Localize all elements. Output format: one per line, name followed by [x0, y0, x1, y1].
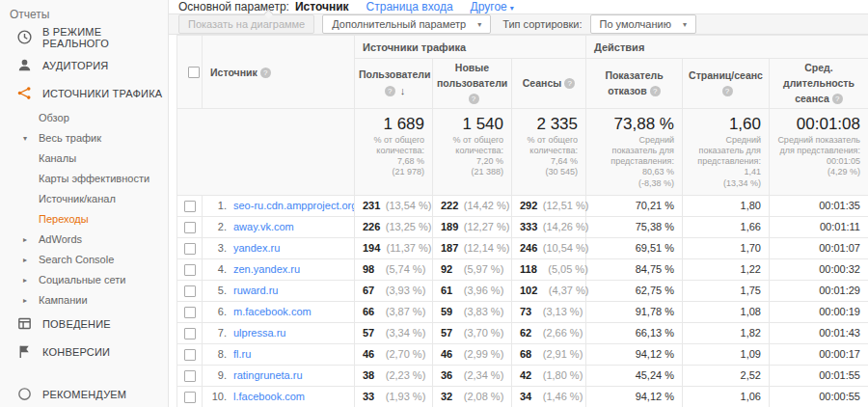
sidebar: Отчеты В РЕЖИМЕ РЕАЛЬНОГО АУДИТОРИЯ ИСТО… [0, 0, 169, 407]
column-header-new-users[interactable]: Новые пользователи? [433, 59, 512, 109]
column-header-users[interactable]: Пользователи?↓ [355, 59, 433, 109]
row-checkbox[interactable] [184, 264, 196, 276]
column-header-avg-duration[interactable]: Сред. длительность сеанса? [770, 59, 868, 109]
users-value: 194 [363, 242, 380, 254]
new-users-percent: (12,14 %) [461, 242, 509, 254]
sessions-value: 62 [520, 327, 531, 339]
summary-avg-duration: 00:01:08 Средний показатель для представ… [770, 109, 868, 196]
row-checkbox[interactable] [184, 328, 196, 339]
avg-duration-cell: 00:01:07 [770, 237, 868, 258]
sidebar-item-label: ПОВЕДЕНИЕ [42, 318, 111, 330]
chevron-down-icon: ▾ [477, 20, 481, 29]
source-link[interactable]: seo-ru.cdn.ampproject.org [233, 200, 355, 211]
sessions-value: 73 [520, 306, 531, 317]
source-link[interactable]: ruward.ru [233, 285, 278, 296]
tab-source[interactable]: Источник [295, 0, 349, 14]
bounce-rate-cell: 91,78 % [586, 301, 683, 322]
new-users-value: 222 [441, 200, 458, 211]
help-icon[interactable]: ? [564, 78, 575, 89]
avg-duration-cell: 00:00:55 [770, 386, 868, 407]
avg-duration-cell: 00:01:11 [770, 216, 868, 237]
sidebar-item-realtime[interactable]: В РЕЖИМЕ РЕАЛЬНОГО [0, 23, 168, 51]
help-icon[interactable]: ? [385, 86, 395, 96]
sessions-percent: (1,46 %) [534, 391, 583, 402]
sidebar-item-label: Весь трафик [39, 132, 101, 144]
sidebar-item-conversions[interactable]: КОНВЕРСИИ [0, 338, 168, 366]
help-icon[interactable]: ? [832, 94, 843, 104]
sessions-value: 68 [520, 348, 531, 360]
sidebar-item-channels[interactable]: Каналы [0, 148, 168, 168]
column-header-pages-per-session[interactable]: Страниц/сеанс? [683, 59, 770, 109]
sessions-cell: 34 (1,46 %) [512, 386, 586, 407]
sidebar-item-audience[interactable]: АУДИТОРИЯ [0, 51, 168, 79]
users-value: 98 [363, 263, 374, 275]
source-link[interactable]: ulpressa.ru [233, 327, 285, 339]
column-header-bounce-rate[interactable]: Показатель отказов? [586, 59, 683, 109]
help-icon[interactable]: ? [650, 86, 661, 96]
chevron-down-icon: ▾ [510, 4, 514, 13]
sidebar-item-label: КОНВЕРСИИ [42, 346, 110, 358]
users-cell: 226 (13,25 %) [355, 216, 433, 237]
table-row: 6.m.facebook.com 66 (3,87 %) 59 (3,83 %)… [177, 301, 868, 322]
row-checkbox[interactable] [184, 370, 196, 382]
sidebar-item-overview[interactable]: Обзор [0, 107, 168, 127]
source-link[interactable]: zen.yandex.ru [233, 263, 300, 275]
table-row: 9.ratingruneta.ru 38 (2,23 %) 36 (2,34 %… [177, 365, 868, 386]
sort-type-button[interactable]: По умолчанию▾ [590, 14, 696, 34]
source-link[interactable]: yandex.ru [233, 242, 280, 254]
sidebar-item-campaigns[interactable]: ▸ Кампании [0, 289, 168, 310]
sidebar-item-behavior[interactable]: ПОВЕДЕНИЕ [0, 310, 168, 338]
users-value: 66 [363, 306, 374, 317]
sessions-percent: (12,51 %) [540, 200, 588, 211]
sidebar-item-referrals[interactable]: Переходы [0, 208, 168, 229]
dimension-tabs: Основной параметр: Источник Страница вхо… [169, 0, 868, 14]
group-header-behavior: Действия [586, 36, 868, 59]
select-all-checkbox[interactable] [188, 67, 200, 78]
source-link[interactable]: m.facebook.com [233, 306, 312, 317]
sessions-value: 246 [520, 242, 537, 254]
tab-other[interactable]: Другое▾ [471, 0, 514, 14]
users-percent: (11,37 %) [383, 242, 431, 254]
sessions-percent: (2,91 %) [534, 348, 583, 360]
new-users-cell: 189 (12,27 %) [433, 216, 512, 237]
row-checkbox[interactable] [184, 307, 196, 318]
sidebar-item-discover[interactable]: РЕКОМЕНДУЕМ [0, 380, 168, 407]
sidebar-item-all-traffic[interactable]: ▾ Весь трафик [0, 127, 168, 148]
source-link[interactable]: l.facebook.com [233, 391, 305, 402]
sidebar-item-label: Каналы [39, 152, 76, 164]
sessions-cell: 292 (12,51 %) [512, 195, 586, 216]
row-checkbox[interactable] [184, 392, 196, 403]
column-header-source[interactable]: Источник? [203, 36, 355, 109]
users-percent: (13,25 %) [383, 221, 431, 232]
sidebar-item-adwords[interactable]: ▸ AdWords [0, 229, 168, 249]
new-users-cell: 46 (2,99 %) [433, 343, 512, 365]
row-index: 4. [210, 263, 227, 275]
row-index: 5. [210, 285, 227, 296]
users-value: 231 [363, 200, 380, 211]
summary-sessions: 2 335 % от общего количества: 7,64 % (30… [512, 109, 586, 196]
source-link[interactable]: away.vk.com [233, 221, 294, 232]
help-icon[interactable]: ? [469, 94, 479, 104]
row-checkbox[interactable] [184, 349, 196, 361]
sessions-value: 42 [520, 369, 531, 381]
row-checkbox[interactable] [184, 201, 196, 212]
row-checkbox[interactable] [184, 285, 196, 297]
row-checkbox[interactable] [184, 222, 196, 233]
secondary-dimension-button[interactable]: Дополнительный параметр▾ [322, 14, 491, 34]
sidebar-item-search-console[interactable]: ▸ Search Console [0, 249, 168, 269]
column-header-sessions[interactable]: Сеансы? [512, 59, 586, 109]
source-link[interactable]: fl.ru [233, 348, 251, 360]
help-icon[interactable]: ? [260, 68, 271, 78]
sessions-cell: 42 (1,80 %) [512, 365, 586, 386]
new-users-percent: (3,70 %) [455, 327, 503, 339]
help-icon[interactable]: ? [722, 86, 733, 96]
sidebar-item-acquisition[interactable]: ИСТОЧНИКИ ТРАФИКА [0, 79, 168, 107]
sidebar-item-label: AdWords [39, 233, 82, 245]
row-checkbox[interactable] [184, 243, 196, 255]
sidebar-item-source-medium[interactable]: Источник/канал [0, 188, 168, 208]
sidebar-item-treemaps[interactable]: Карты эффективности [0, 168, 168, 188]
source-link[interactable]: ratingruneta.ru [233, 369, 303, 381]
tab-landing-page[interactable]: Страница входа [366, 0, 453, 14]
new-users-value: 92 [441, 263, 452, 275]
sidebar-item-social[interactable]: ▸ Социальные сети [0, 269, 168, 289]
